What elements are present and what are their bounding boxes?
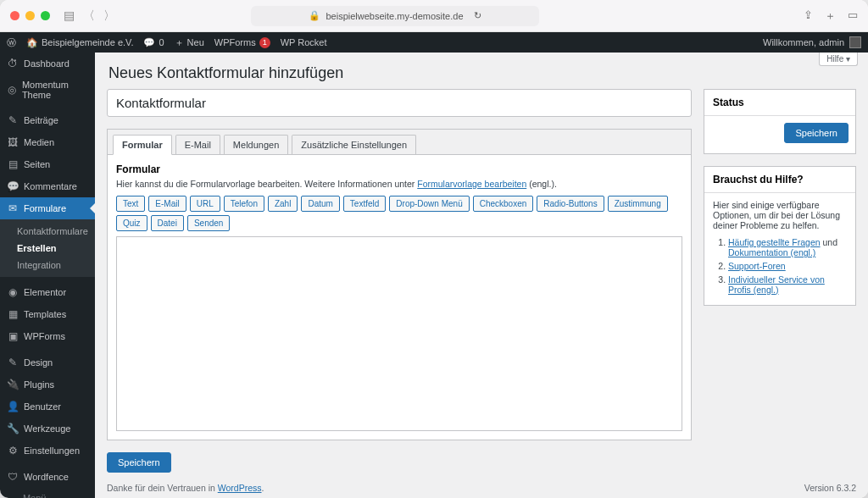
help-link-forums[interactable]: Support-Foren [728,261,786,271]
sidebar-item-formulare[interactable]: ✉Formulare [0,197,95,219]
field-btn-checkboxes[interactable]: Checkboxen [473,196,534,212]
help-box: Brauchst du Hilfe? Hier sind einige verf… [704,166,856,306]
refresh-icon[interactable]: ↻ [474,10,481,21]
submenu-kontaktformulare[interactable]: Kontaktformulare [0,223,95,240]
adminbar-welcome[interactable]: Willkommen, admin [763,37,844,47]
templates-icon: ▦ [7,308,19,320]
adminbar-new[interactable]: ＋ Neu [175,36,204,49]
form-template-textarea[interactable] [116,236,682,431]
sidebar-item-beitraege[interactable]: ✎Beiträge [0,109,95,131]
close-window-icon[interactable] [10,11,19,20]
footer-version: Version 6.3.2 [804,483,856,493]
sidebar-item-seiten[interactable]: ▤Seiten [0,153,95,175]
adminbar-wpforms[interactable]: WPForms 1 [214,37,270,48]
sidebar-item-kommentare[interactable]: 💬Kommentare [0,175,95,197]
panel-description: Hier kannst du die Formularvorlage bearb… [116,179,682,189]
status-box-title: Status [704,90,855,116]
wordfence-icon: 🛡 [7,471,19,483]
help-link-pro-service[interactable]: Individueller Service von Profis (engl.) [728,274,825,295]
dashboard-icon: ⏱ [7,58,19,69]
elementor-icon: ◉ [7,286,19,298]
field-btn-tel[interactable]: Telefon [224,196,264,212]
help-tab[interactable]: Hilfe ▾ [819,53,858,66]
panel-title: Formular [116,163,682,175]
zoom-window-icon[interactable] [41,11,50,20]
footer-wordpress-link[interactable]: WordPress [218,483,262,493]
url-text: beispielwebseite.my-demosite.de [326,11,463,21]
appearance-icon: ✎ [7,357,19,368]
submenu-erstellen[interactable]: Erstellen [0,240,95,257]
field-buttons: Text E-Mail URL Telefon Zahl Datum Textf… [116,196,682,231]
field-btn-radio[interactable]: Radio-Buttons [537,196,604,212]
sidebar-item-wpforms[interactable]: ▣WPForms [0,325,95,347]
sidebar-item-wordfence[interactable]: 🛡Wordfence [0,466,95,488]
field-btn-date[interactable]: Datum [301,196,339,212]
field-btn-file[interactable]: Datei [151,215,184,231]
tab-formular[interactable]: Formular [113,135,172,155]
pages-icon: ▤ [7,158,19,170]
field-btn-quiz[interactable]: Quiz [116,215,147,231]
field-btn-acceptance[interactable]: Zustimmung [608,196,668,212]
sidebar-item-dashboard[interactable]: ⏱Dashboard [0,53,95,75]
url-bar[interactable]: 🔒 beispielwebseite.my-demosite.de ↻ [251,6,539,26]
avatar[interactable] [849,36,861,48]
tab-panel-formular: Formular Hier kannst du die Formularvorl… [108,155,691,440]
sidebar-item-design[interactable]: ✎Design [0,351,95,374]
tools-icon: 🔧 [7,423,19,434]
field-btn-url[interactable]: URL [190,196,220,212]
sidebar-item-plugins[interactable]: 🔌Plugins [0,374,95,396]
sidebar-toggle-icon[interactable]: ▤ [64,8,75,24]
page-title: Neues Kontaktformular hinzufügen [95,53,868,89]
form-title-input[interactable] [108,90,691,116]
field-btn-textarea[interactable]: Textfeld [343,196,386,212]
tabs-icon[interactable]: ▭ [848,8,858,24]
tab-email[interactable]: E-Mail [175,135,220,154]
tab-nav: Formular E-Mail Meldungen Zusätzliche Ei… [108,130,691,155]
posts-icon: ✎ [7,114,19,126]
sidebar-submenu-formulare: Kontaktformulare Erstellen Integration [0,219,95,277]
wp-logo-icon[interactable]: ⓦ [7,36,16,49]
save-button[interactable]: Speichern [107,452,171,473]
media-icon: 🖼 [7,136,19,148]
tab-additional-settings[interactable]: Zusätzliche Einstellungen [292,135,416,154]
field-btn-submit[interactable]: Senden [187,215,230,231]
sidebar-item-templates[interactable]: ▦Templates [0,303,95,325]
settings-icon: ⚙ [7,445,19,456]
admin-sidebar: ⏱Dashboard ◎Momentum Theme ✎Beiträge 🖼Me… [0,53,95,498]
nav-back-icon[interactable]: 〈 [83,8,95,24]
sidebar-item-werkzeuge[interactable]: 🔧Werkzeuge [0,418,95,440]
share-icon[interactable]: ⇪ [804,8,813,24]
comments-icon: 💬 [7,180,19,192]
forms-icon: ✉ [7,202,19,214]
nav-forward-icon[interactable]: 〉 [103,8,115,24]
lock-icon: 🔒 [309,10,320,21]
field-btn-dropdown[interactable]: Drop-Down Menü [389,196,469,212]
status-box: Status Speichern [704,89,856,154]
new-tab-icon[interactable]: ＋ [825,8,836,24]
submenu-integration[interactable]: Integration [0,257,95,274]
title-input-wrap [107,89,692,117]
help-link-faq[interactable]: Häufig gestellte Fragen [728,237,821,247]
field-btn-email[interactable]: E-Mail [148,196,186,212]
browser-toolbar: ▤ 〈 〉 🔒 beispielwebseite.my-demosite.de … [0,0,868,32]
sidebar-item-momentum-theme[interactable]: ◎Momentum Theme [0,75,95,105]
template-edit-link[interactable]: Formularvorlage bearbeiten [417,179,526,189]
field-btn-text[interactable]: Text [116,196,145,212]
sidebar-item-elementor[interactable]: ◉Elementor [0,281,95,303]
sidebar-item-medien[interactable]: 🖼Medien [0,131,95,153]
main-content: Hilfe ▾ Neues Kontaktformular hinzufügen… [95,53,868,498]
side-save-button[interactable]: Speichern [784,123,849,143]
sidebar-item-benutzer[interactable]: 👤Benutzer [0,396,95,418]
tab-meldungen[interactable]: Meldungen [224,135,288,154]
help-link-docs[interactable]: Dokumentation (engl.) [728,247,815,257]
theme-icon: ◎ [7,84,17,96]
wpforms-icon: ▣ [7,330,19,342]
sidebar-item-einstellungen[interactable]: ⚙Einstellungen [0,440,95,462]
adminbar-wprocket[interactable]: WP Rocket [281,37,327,47]
sidebar-collapse[interactable]: ◀Menü einklappen [0,488,95,498]
field-btn-number[interactable]: Zahl [268,196,298,212]
minimize-window-icon[interactable] [25,11,35,20]
adminbar-comments[interactable]: 💬 0 [143,37,164,48]
help-item-pro: Individueller Service von Profis (engl.) [728,274,847,295]
adminbar-site-name[interactable]: 🏠 Beispielgemeinde e.V. [26,37,133,48]
